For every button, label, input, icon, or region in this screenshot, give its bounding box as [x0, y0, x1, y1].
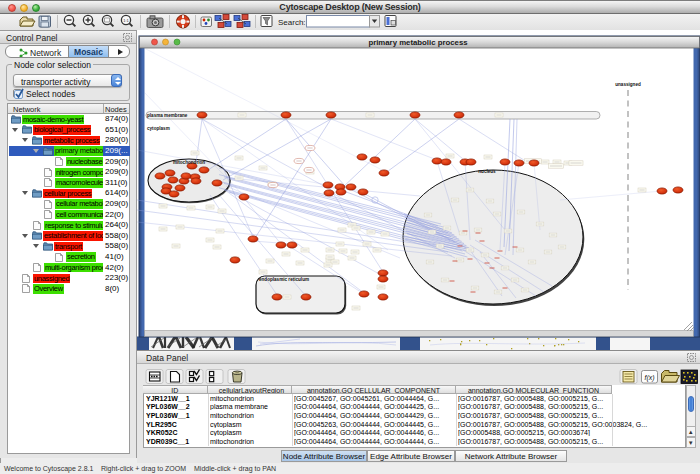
- svg-text:endoplasmic reticulum: endoplasmic reticulum: [259, 277, 309, 282]
- svg-text:primary metabolic process: primary metabolic process: [368, 38, 468, 47]
- svg-text:Search:: Search:: [278, 18, 306, 27]
- svg-text:unassigned: unassigned: [615, 82, 641, 87]
- svg-text:f(x): f(x): [644, 374, 654, 382]
- svg-text:cytoplasm: cytoplasm: [147, 126, 170, 131]
- svg-text:plasma membrane: plasma membrane: [147, 113, 188, 118]
- svg-text:mitochondrion: mitochondrion: [173, 160, 205, 165]
- svg-text:1:1: 1:1: [123, 18, 129, 23]
- svg-text:nucleus: nucleus: [478, 169, 496, 174]
